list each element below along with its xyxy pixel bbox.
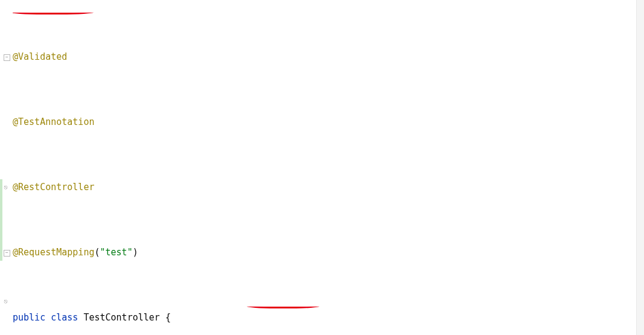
keyword: class xyxy=(51,312,78,323)
gutter-hint-icon[interactable]: ⎋ xyxy=(1,293,10,310)
string-literal: "test" xyxy=(100,247,133,258)
code-line: public class TestController { xyxy=(13,310,644,326)
code-editor[interactable]: − − ⎋ ⎋ @Validated @TestAnnotation @Rest… xyxy=(0,0,644,335)
scrollbar[interactable] xyxy=(636,0,644,335)
highlight-underline-icon xyxy=(247,303,319,308)
code-line: @RequestMapping("test") xyxy=(13,244,644,261)
annotation: @Validated xyxy=(13,51,67,62)
fold-icon[interactable]: − xyxy=(4,250,10,257)
gutter-hint-icon[interactable]: ⎋ xyxy=(1,179,10,196)
code-line: @TestAnnotation xyxy=(13,114,644,130)
class-name: TestController xyxy=(83,312,159,323)
code-area[interactable]: @Validated @TestAnnotation @RestControll… xyxy=(13,0,644,335)
highlight-underline-icon xyxy=(13,9,94,14)
annotation: @TestAnnotation xyxy=(13,116,94,127)
gutter: − − ⎋ ⎋ xyxy=(0,0,13,335)
keyword: public xyxy=(13,312,45,323)
annotation: @RequestMapping xyxy=(13,247,94,258)
brace: { xyxy=(165,312,171,323)
fold-icon[interactable]: − xyxy=(4,54,10,61)
code-line: @RestController xyxy=(13,179,644,196)
code-line: @Validated xyxy=(13,49,644,65)
annotation: @RestController xyxy=(13,182,94,193)
